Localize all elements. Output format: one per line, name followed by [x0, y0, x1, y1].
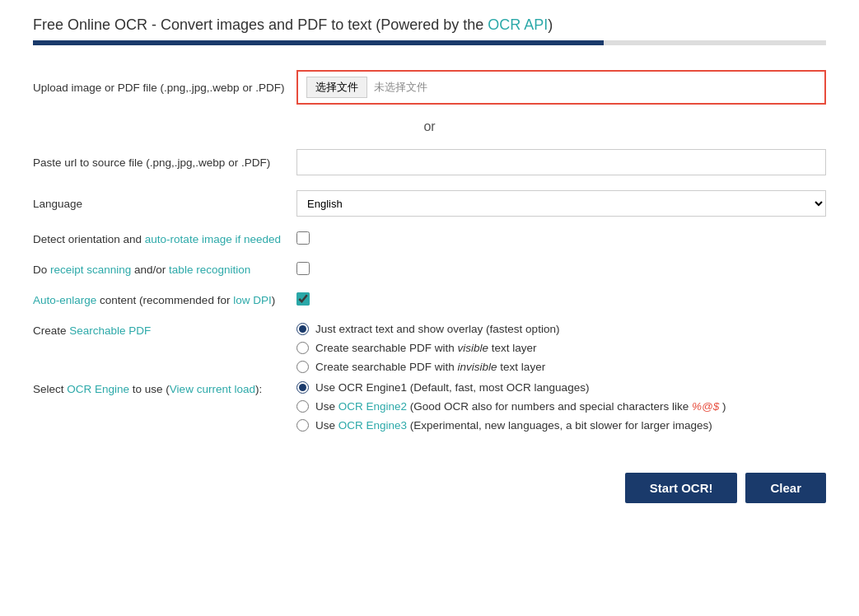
engine-option-3-radio[interactable] [296, 419, 309, 432]
receipt-scanning-control [296, 262, 826, 278]
url-paste-control [296, 149, 826, 175]
ocr-engine3-link[interactable]: OCR Engine3 [338, 419, 407, 432]
engine-option-2-label: Use OCR Engine2 (Good OCR also for numbe… [315, 400, 726, 413]
engine-option-2-radio[interactable] [296, 400, 309, 413]
pdf-option-3-label: Create searchable PDF with invisible tex… [315, 361, 545, 373]
receipt-scanning-label: Do receipt scanning and/or table recogni… [33, 264, 296, 276]
engine-option-3: Use OCR Engine3 (Experimental, new langu… [296, 419, 826, 432]
start-ocr-button[interactable]: Start OCR! [625, 473, 738, 503]
bottom-buttons: Start OCR! Clear [33, 456, 826, 503]
ocr-engine2-link[interactable]: OCR Engine2 [338, 400, 407, 413]
pdf-option-2-label: Create searchable PDF with visible text … [315, 342, 537, 354]
url-paste-label: Paste url to source file (.png,.jpg,.web… [33, 156, 296, 169]
pdf-option-2: Create searchable PDF with visible text … [296, 342, 826, 354]
view-current-load-link[interactable]: View current load [170, 383, 255, 395]
auto-enlarge-checkbox[interactable] [296, 292, 310, 306]
upload-row: Upload image or PDF file (.png,.jpg,.web… [33, 70, 826, 105]
clear-button[interactable]: Clear [745, 473, 826, 503]
upload-control: 选择文件 未选择文件 [296, 70, 826, 105]
auto-rotate-link[interactable]: auto-rotate image if needed [145, 233, 281, 245]
auto-enlarge-label: Auto-enlarge content (recommended for lo… [33, 294, 296, 306]
table-recognition-link[interactable]: table recognition [169, 264, 250, 276]
progress-bar-fill [33, 40, 604, 45]
pdf-radio-group: Just extract text and show overlay (fast… [296, 323, 826, 373]
detect-orientation-checkbox[interactable] [296, 231, 310, 245]
no-file-selected-text: 未选择文件 [374, 80, 427, 95]
auto-enlarge-row: Auto-enlarge content (recommended for lo… [33, 292, 826, 308]
engine-option-3-label: Use OCR Engine3 (Experimental, new langu… [315, 419, 712, 432]
ocr-engine-label: Select OCR Engine to use (View current l… [33, 381, 296, 395]
create-pdf-control: Just extract text and show overlay (fast… [296, 323, 826, 373]
ocr-engine-link[interactable]: OCR Engine [67, 383, 129, 395]
pdf-option-1-label: Just extract text and show overlay (fast… [315, 323, 559, 335]
auto-enlarge-link[interactable]: Auto-enlarge [33, 294, 96, 306]
url-input[interactable] [296, 149, 826, 175]
detect-orientation-control [296, 231, 826, 247]
pdf-option-1-radio[interactable] [296, 323, 309, 335]
pdf-option-2-radio[interactable] [296, 342, 309, 354]
create-pdf-label: Create Searchable PDF [33, 323, 296, 337]
pdf-option-3-radio[interactable] [296, 361, 309, 373]
engine-radio-group: Use OCR Engine1 (Default, fast, most OCR… [296, 381, 826, 432]
engine-option-1-radio[interactable] [296, 381, 309, 394]
language-control: English Chinese French German Spanish Ja… [296, 190, 826, 217]
receipt-scanning-link[interactable]: receipt scanning [50, 264, 131, 276]
pdf-option-1: Just extract text and show overlay (fast… [296, 323, 826, 335]
detect-orientation-row: Detect orientation and auto-rotate image… [33, 231, 826, 247]
receipt-scanning-row: Do receipt scanning and/or table recogni… [33, 262, 826, 278]
engine-option-2: Use OCR Engine2 (Good OCR also for numbe… [296, 400, 826, 413]
url-paste-row: Paste url to source file (.png,.jpg,.web… [33, 149, 826, 175]
language-select[interactable]: English Chinese French German Spanish Ja… [296, 190, 826, 217]
ocr-engine-row: Select OCR Engine to use (View current l… [33, 381, 826, 432]
file-upload-box: 选择文件 未选择文件 [296, 70, 826, 105]
page-title: Free Online OCR - Convert images and PDF… [33, 16, 826, 34]
receipt-scanning-checkbox[interactable] [296, 262, 310, 275]
pdf-option-3: Create searchable PDF with invisible tex… [296, 361, 826, 373]
searchable-pdf-link[interactable]: Searchable PDF [69, 324, 151, 337]
ocr-api-link[interactable]: OCR API [488, 16, 548, 33]
engine-option-1-label: Use OCR Engine1 (Default, fast, most OCR… [315, 381, 589, 394]
detect-orientation-label: Detect orientation and auto-rotate image… [33, 233, 296, 245]
engine-option-1: Use OCR Engine1 (Default, fast, most OCR… [296, 381, 826, 394]
auto-enlarge-control [296, 292, 826, 308]
language-label: Language [33, 198, 296, 210]
choose-file-button[interactable]: 选择文件 [306, 77, 367, 98]
or-divider: or [33, 119, 826, 134]
ocr-engine-control: Use OCR Engine1 (Default, fast, most OCR… [296, 381, 826, 432]
upload-label: Upload image or PDF file (.png,.jpg,.web… [33, 82, 296, 94]
low-dpi-link[interactable]: low DPI [233, 294, 272, 306]
create-pdf-row: Create Searchable PDF Just extract text … [33, 323, 826, 373]
progress-bar-container [33, 40, 826, 45]
language-row: Language English Chinese French German S… [33, 190, 826, 217]
